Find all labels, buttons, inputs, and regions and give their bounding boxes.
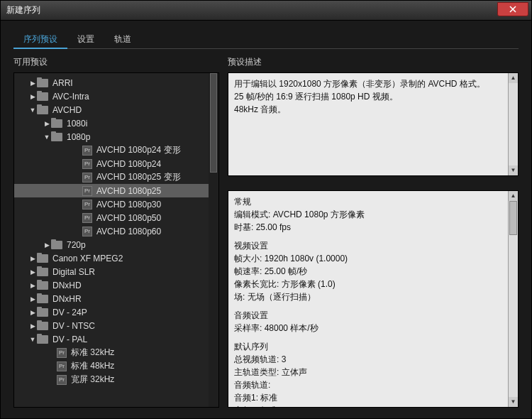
tree-label: 1080i (67, 119, 87, 129)
tree-preset[interactable]: Pr标准 32kHz (14, 346, 218, 359)
tree-folder-dnxhr[interactable]: ▶DNxHR (14, 292, 218, 305)
preset-icon: Pr (82, 227, 92, 236)
desc-line: 48kHz 音频。 (234, 103, 512, 116)
tree-folder-canon[interactable]: ▶Canon XF MPEG2 (14, 251, 218, 265)
detail-line: 音频1: 标准 (234, 391, 512, 404)
tree-preset[interactable]: PrAVCHD 1080p25 变形 (14, 170, 218, 184)
tree-folder-dnxhd[interactable]: ▶DNxHD (14, 278, 218, 292)
tree-label: DNxHR (52, 294, 82, 304)
folder-icon (37, 92, 48, 101)
tab-bar: 序列预设 设置 轨道 (13, 31, 519, 49)
scroll-up-icon[interactable]: ▲ (509, 191, 518, 201)
preset-description-label: 预设描述 (228, 56, 519, 68)
detail-line: 编辑模式: AVCHD 1080p 方形像素 (234, 208, 512, 221)
collapse-icon: ▼ (28, 336, 37, 343)
tree-label: Canon XF MPEG2 (52, 254, 123, 263)
preset-icon: Pr (57, 361, 67, 371)
tree-label: DV - PAL (52, 334, 87, 344)
tree-folder-1080i[interactable]: ▶1080i (14, 116, 218, 130)
detail-heading: 常规 (234, 195, 512, 208)
tree-label: AVCHD 1080p25 (96, 186, 161, 196)
preset-icon: Pr (82, 186, 92, 196)
tree-label: AVCHD 1080p24 (96, 159, 161, 169)
folder-icon (37, 281, 48, 290)
tree-scrollbar[interactable] (209, 73, 218, 407)
preset-icon: Pr (82, 213, 92, 223)
scroll-down-icon[interactable]: ▼ (509, 397, 518, 407)
tree-label: DNxHD (52, 281, 82, 290)
tree-preset[interactable]: PrAVCHD 1080p50 (14, 211, 218, 224)
tree-folder-dslr[interactable]: ▶Digital SLR (14, 265, 218, 278)
dialog-content: 序列预设 设置 轨道 可用预设 ▶ARRI ▶AVC-Intra ▼AVCHD … (1, 21, 531, 418)
scroll-down-icon[interactable]: ▼ (509, 165, 518, 175)
tree-preset-selected[interactable]: PrAVCHD 1080p25 (14, 184, 218, 197)
expand-icon: ▶ (28, 295, 37, 303)
tab-presets[interactable]: 序列预设 (13, 31, 67, 48)
tree-preset[interactable]: Pr标准 48kHz (14, 359, 218, 373)
detail-scrollbar[interactable]: ▲ ▼ (508, 191, 518, 407)
tree-preset[interactable]: PrAVCHD 1080p30 (14, 197, 218, 211)
tree-folder-1080p[interactable]: ▼1080p (14, 130, 218, 143)
tree-preset[interactable]: PrAVCHD 1080p60 (14, 224, 218, 238)
tree-preset[interactable]: PrAVCHD 1080p24 (14, 157, 218, 170)
expand-icon: ▶ (28, 255, 37, 262)
tree-label: 宽屏 32kHz (71, 374, 114, 386)
expand-icon: ▶ (28, 282, 37, 289)
folder-icon (37, 295, 48, 303)
tree-folder-720p[interactable]: ▶720p (14, 238, 218, 251)
tree-label: AVCHD 1080p50 (96, 213, 161, 223)
preset-icon: Pr (82, 146, 92, 156)
preset-tree: ▶ARRI ▶AVC-Intra ▼AVCHD ▶1080i ▼1080p Pr… (13, 72, 219, 408)
tree-label: DV - 24P (52, 308, 87, 317)
tab-tracks[interactable]: 轨道 (104, 31, 141, 48)
expand-icon: ▶ (28, 309, 37, 316)
preset-icon: Pr (82, 173, 92, 183)
folder-icon (37, 308, 48, 317)
close-button[interactable] (497, 2, 528, 16)
detail-line: 帧速率: 25.00 帧/秒 (234, 265, 512, 278)
tree-folder-arri[interactable]: ▶ARRI (14, 76, 218, 89)
tree-label: 1080p (67, 132, 90, 142)
detail-line: 时基: 25.00 fps (234, 221, 512, 234)
scrollbar-thumb[interactable] (509, 201, 517, 235)
tree-folder-dvpal[interactable]: ▼DV - PAL (14, 332, 218, 346)
tree-label: 标准 32kHz (71, 347, 114, 359)
folder-icon (37, 106, 48, 114)
tree-folder-dvntsc[interactable]: ▶DV - NTSC (14, 319, 218, 332)
titlebar[interactable]: 新建序列 (1, 1, 531, 21)
detail-box: 常规 编辑模式: AVCHD 1080p 方形像素 时基: 25.00 fps … (228, 190, 519, 408)
folder-icon (37, 268, 48, 276)
preset-icon: Pr (82, 159, 92, 169)
desc-scrollbar[interactable]: ▲ ▼ (508, 73, 518, 175)
desc-line: 25 帧/秒的 16:9 逐行扫描 1080p HD 视频。 (234, 90, 512, 103)
detail-line: 采样率: 48000 样本/秒 (234, 322, 512, 334)
tree-label: AVCHD (52, 105, 82, 115)
collapse-icon: ▼ (43, 134, 51, 141)
collapse-icon: ▼ (28, 107, 37, 114)
tree-folder-avcintra[interactable]: ▶AVC-Intra (14, 89, 218, 103)
detail-line: 主轨道类型: 立体声 (234, 366, 512, 379)
preset-icon: Pr (57, 348, 67, 358)
tree-folder-avchd[interactable]: ▼AVCHD (14, 103, 218, 116)
tab-settings[interactable]: 设置 (67, 31, 104, 48)
tree-label: ARRI (52, 78, 73, 88)
tree-label: 标准 48kHz (71, 360, 114, 372)
tree-folder-dv24p[interactable]: ▶DV - 24P (14, 305, 218, 319)
desc-line: 用于编辑以 1920x1080 方形像素（非变形）录制的 AVCHD 格式。 (234, 77, 512, 90)
expand-icon: ▶ (43, 120, 51, 127)
tree-preset[interactable]: Pr宽屏 32kHz (14, 373, 218, 386)
tree-label: DV - NTSC (52, 321, 95, 331)
scrollbar-thumb[interactable] (210, 73, 217, 173)
tree-label: 720p (67, 240, 86, 250)
description-box: 用于编辑以 1920x1080 方形像素（非变形）录制的 AVCHD 格式。 2… (228, 72, 519, 176)
scroll-up-icon[interactable]: ▲ (509, 73, 518, 83)
detail-heading: 音频设置 (234, 309, 512, 322)
detail-heading: 视频设置 (234, 239, 512, 252)
preset-icon: Pr (57, 375, 67, 385)
expand-icon: ▶ (28, 80, 37, 87)
detail-line: 场: 无场（逐行扫描） (234, 290, 512, 303)
preset-icon: Pr (82, 200, 92, 210)
detail-line: 音频2: 标准 (234, 404, 512, 408)
folder-icon (51, 119, 62, 128)
tree-preset[interactable]: PrAVCHD 1080p24 变形 (14, 143, 218, 157)
